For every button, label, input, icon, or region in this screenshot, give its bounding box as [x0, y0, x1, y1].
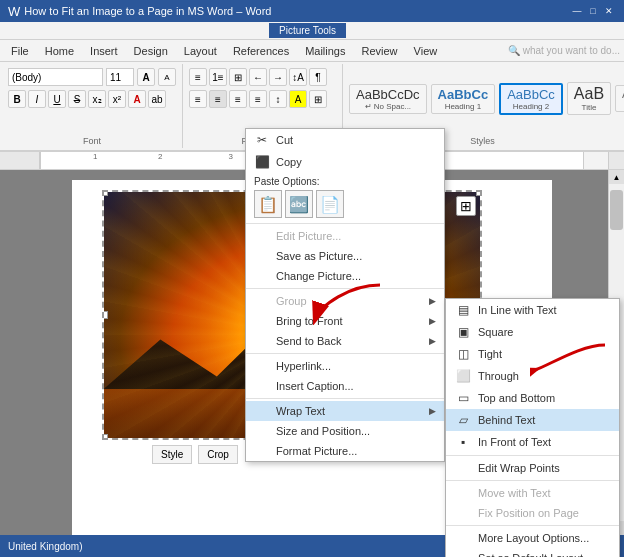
handle-tl[interactable]: [102, 190, 108, 196]
menu-mailings[interactable]: Mailings: [298, 43, 352, 59]
size-position-label: Size and Position...: [276, 425, 370, 437]
crop-button[interactable]: Crop: [198, 445, 238, 464]
inline-text-item[interactable]: ▤ In Line with Text: [446, 299, 619, 321]
italic-button[interactable]: I: [28, 90, 46, 108]
top-bottom-item[interactable]: ▭ Top and Bottom: [446, 387, 619, 409]
picture-tools-bar: Picture Tools: [0, 22, 624, 40]
numbering-button[interactable]: 1≡: [209, 68, 227, 86]
handle-bl[interactable]: [102, 434, 108, 440]
save-picture-menu-item[interactable]: Save as Picture...: [246, 246, 444, 266]
indent-decrease-button[interactable]: ←: [249, 68, 267, 86]
scroll-up-button[interactable]: ▲: [609, 170, 624, 184]
menu-references[interactable]: References: [226, 43, 296, 59]
more-layout-item[interactable]: More Layout Options...: [446, 528, 619, 548]
style-normal[interactable]: AaBbCcDc ↵ No Spac...: [349, 84, 427, 114]
style-button[interactable]: Style: [152, 445, 192, 464]
search-icon: 🔍: [508, 45, 520, 56]
bring-front-label: Bring to Front: [276, 315, 343, 327]
edit-picture-menu-item[interactable]: Edit Picture...: [246, 226, 444, 246]
multilevel-button[interactable]: ⊞: [229, 68, 247, 86]
align-left-button[interactable]: ≡: [189, 90, 207, 108]
menu-review[interactable]: Review: [355, 43, 405, 59]
minimize-button[interactable]: —: [570, 4, 584, 18]
behind-text-item[interactable]: ▱ Behind Text: [446, 409, 619, 431]
close-button[interactable]: ✕: [602, 4, 616, 18]
align-right-button[interactable]: ≡: [229, 90, 247, 108]
style-heading2[interactable]: AaBbCc Heading 2: [499, 83, 563, 115]
text-color-button[interactable]: A: [128, 90, 146, 108]
infront-text-label: In Front of Text: [478, 436, 551, 448]
insert-caption-menu-item[interactable]: Insert Caption...: [246, 376, 444, 396]
style-subtitle[interactable]: AaBbCcD Subtitle: [615, 85, 624, 112]
align-center-button[interactable]: ≡: [209, 90, 227, 108]
paste-text-only-button[interactable]: 📄: [316, 190, 344, 218]
wrap-text-menu-item[interactable]: Wrap Text ▶: [246, 401, 444, 421]
change-picture-menu-item[interactable]: Change Picture...: [246, 266, 444, 286]
edit-picture-label: Edit Picture...: [276, 230, 341, 242]
paste-merge-button[interactable]: 🔤: [285, 190, 313, 218]
group-menu-item[interactable]: Group ▶: [246, 291, 444, 311]
menu-view[interactable]: View: [407, 43, 445, 59]
edit-wrap-points-item[interactable]: Edit Wrap Points: [446, 458, 619, 478]
line-spacing-button[interactable]: ↕: [269, 90, 287, 108]
default-layout-item[interactable]: Set as Default Layout: [446, 548, 619, 557]
copy-menu-item[interactable]: ⬛ Copy: [246, 151, 444, 173]
title-bar: W How to Fit an Image to a Page in MS Wo…: [0, 0, 624, 22]
bullets-button[interactable]: ≡: [189, 68, 207, 86]
handle-tr[interactable]: [476, 190, 482, 196]
cut-menu-item[interactable]: ✂ Cut: [246, 129, 444, 151]
fix-position-item[interactable]: Fix Position on Page: [446, 503, 619, 523]
show-formatting-button[interactable]: ¶: [309, 68, 327, 86]
through-icon: ⬜: [454, 369, 472, 383]
paste-keep-source-button[interactable]: 📋: [254, 190, 282, 218]
menu-design[interactable]: Design: [127, 43, 175, 59]
fix-position-label: Fix Position on Page: [478, 507, 579, 519]
menu-file[interactable]: File: [4, 43, 36, 59]
font-name-input[interactable]: [8, 68, 103, 86]
send-back-menu-item[interactable]: Send to Back ▶: [246, 331, 444, 351]
font-shrink-button[interactable]: A: [158, 68, 176, 86]
subscript-button[interactable]: x₂: [88, 90, 106, 108]
justify-button[interactable]: ≡: [249, 90, 267, 108]
layout-options-button[interactable]: ⊞: [456, 196, 476, 216]
separator-4: [246, 398, 444, 399]
scrollbar-thumb[interactable]: [610, 190, 623, 230]
shading-button[interactable]: A: [289, 90, 307, 108]
font-grow-button[interactable]: A: [137, 68, 155, 86]
infront-text-item[interactable]: ▪ In Front of Text: [446, 431, 619, 453]
square-icon: ▣: [454, 325, 472, 339]
save-picture-label: Save as Picture...: [276, 250, 362, 262]
handle-ml[interactable]: [102, 311, 108, 319]
font-size-input[interactable]: [106, 68, 134, 86]
bring-front-menu-item[interactable]: Bring to Front ▶: [246, 311, 444, 331]
edit-wrap-label: Edit Wrap Points: [478, 462, 560, 474]
highlight-button[interactable]: ab: [148, 90, 166, 108]
font-group: A A B I U S x₂ x² A ab Font: [2, 64, 183, 148]
heading2-label: Heading 2: [507, 102, 555, 111]
move-with-text-item[interactable]: Move with Text: [446, 483, 619, 503]
tight-item[interactable]: ◫ Tight: [446, 343, 619, 365]
underline-button[interactable]: U: [48, 90, 66, 108]
superscript-button[interactable]: x²: [108, 90, 126, 108]
hyperlink-menu-item[interactable]: Hyperlink...: [246, 356, 444, 376]
menu-home[interactable]: Home: [38, 43, 81, 59]
style-heading1[interactable]: AaBbCc Heading 1: [431, 84, 496, 114]
square-item[interactable]: ▣ Square: [446, 321, 619, 343]
more-layout-label: More Layout Options...: [478, 532, 589, 544]
format-picture-menu-item[interactable]: Format Picture...: [246, 441, 444, 461]
menu-bar: File Home Insert Design Layout Reference…: [0, 40, 624, 62]
border-button[interactable]: ⊞: [309, 90, 327, 108]
menu-insert[interactable]: Insert: [83, 43, 125, 59]
strikethrough-button[interactable]: S: [68, 90, 86, 108]
indent-increase-button[interactable]: →: [269, 68, 287, 86]
paste-options-container: Paste Options: 📋 🔤 📄: [246, 173, 444, 221]
sort-button[interactable]: ↕A: [289, 68, 307, 86]
maximize-button[interactable]: □: [586, 4, 600, 18]
behind-text-icon: ▱: [454, 413, 472, 427]
style-title[interactable]: AaB Title: [567, 82, 611, 115]
menu-layout[interactable]: Layout: [177, 43, 224, 59]
search-box-placeholder[interactable]: what you want to do...: [523, 45, 620, 56]
size-position-menu-item[interactable]: Size and Position...: [246, 421, 444, 441]
through-item[interactable]: ⬜ Through: [446, 365, 619, 387]
bold-button[interactable]: B: [8, 90, 26, 108]
